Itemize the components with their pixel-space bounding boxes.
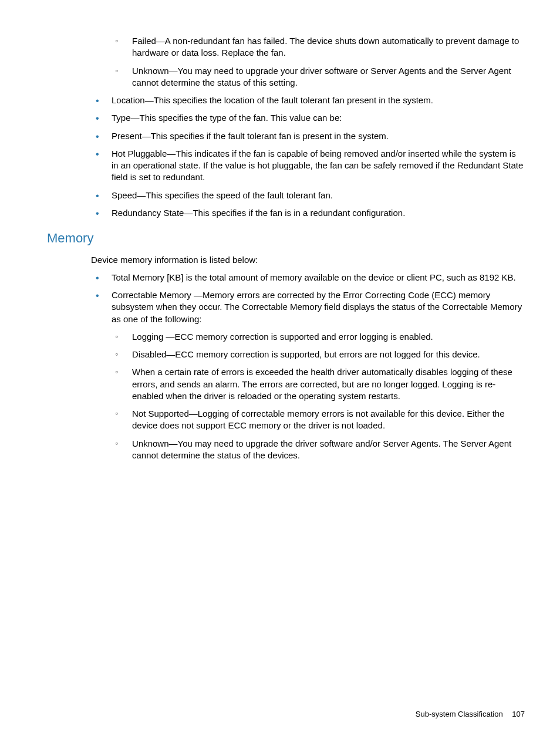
memory-list: Total Memory [KB] is the total amount of… [91, 272, 525, 461]
list-item: Location—This specifies the location of … [91, 94, 525, 106]
list-item: Unknown—You may need to upgrade the driv… [112, 438, 525, 462]
page-footer: Sub-system Classification 107 [416, 709, 525, 720]
list-item-text: Correctable Memory —Memory errors are co… [112, 290, 522, 324]
list-item: Hot Pluggable—This indicates if the fan … [91, 148, 525, 184]
list-item: Unknown—You may need to upgrade your dri… [112, 65, 525, 89]
list-item: Type—This specifies the type of the fan.… [91, 112, 525, 124]
memory-intro: Device memory information is listed belo… [91, 254, 525, 266]
list-item: Failed—A non-redundant fan has failed. T… [112, 35, 525, 59]
footer-section-title: Sub-system Classification [416, 710, 503, 718]
main-content: Failed—A non-redundant fan has failed. T… [91, 35, 525, 219]
list-item: Correctable Memory —Memory errors are co… [91, 289, 525, 461]
fan-status-sublist: Failed—A non-redundant fan has failed. T… [112, 35, 525, 89]
memory-content: Device memory information is listed belo… [91, 254, 525, 462]
memory-heading: Memory [47, 229, 525, 247]
list-item: Not Supported—Logging of correctable mem… [112, 408, 525, 432]
list-item: Redundancy State—This specifies if the f… [91, 207, 525, 219]
list-item: Total Memory [KB] is the total amount of… [91, 272, 525, 283]
list-item: When a certain rate of errors is exceede… [112, 366, 525, 402]
list-item: Disabled—ECC memory correction is suppor… [112, 349, 525, 360]
list-item: Present—This specifies if the fault tole… [91, 130, 525, 142]
page-number: 107 [512, 710, 525, 718]
list-item: Speed—This specifies the speed of the fa… [91, 190, 525, 201]
fan-properties-list: Location—This specifies the location of … [91, 94, 525, 219]
correctable-memory-sublist: Logging —ECC memory correction is suppor… [112, 331, 525, 461]
list-item: Logging —ECC memory correction is suppor… [112, 331, 525, 343]
